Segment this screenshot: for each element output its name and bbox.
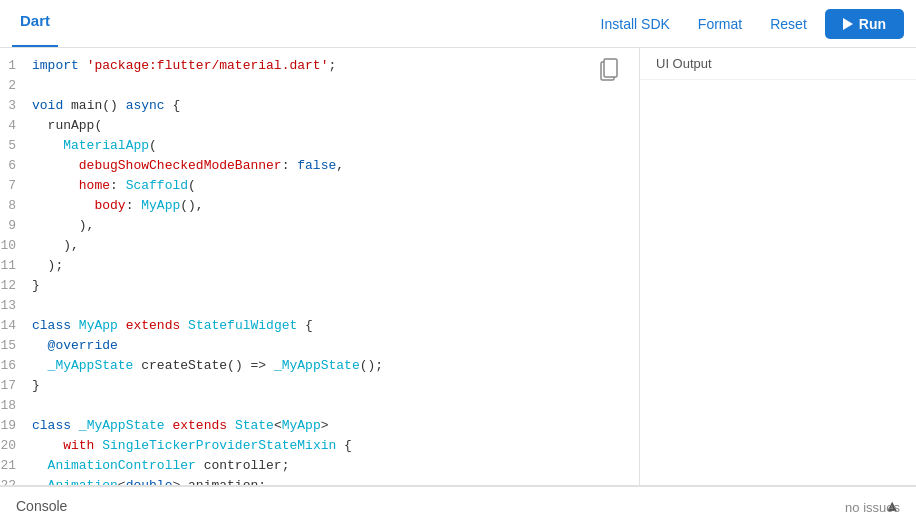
code-line: 4 runApp( [0, 116, 639, 136]
run-label: Run [859, 16, 886, 32]
line-content: ), [32, 236, 631, 256]
line-content: } [32, 276, 631, 296]
code-line: 13 [0, 296, 639, 316]
line-number: 5 [0, 136, 32, 156]
bottom-bar: Console ▲ no issues [0, 485, 916, 525]
format-button[interactable]: Format [688, 10, 752, 38]
code-line: 18 [0, 396, 639, 416]
line-number: 7 [0, 176, 32, 196]
code-line: 10 ), [0, 236, 639, 256]
run-button[interactable]: Run [825, 9, 904, 39]
line-content: debugShowCheckedModeBanner: false, [32, 156, 631, 176]
console-bar[interactable]: Console ▲ [0, 486, 916, 526]
svg-rect-1 [604, 59, 617, 77]
line-content: import 'package:flutter/material.dart'; [32, 56, 631, 76]
line-number: 19 [0, 416, 32, 436]
code-editor[interactable]: 1import 'package:flutter/material.dart';… [0, 48, 639, 485]
code-line: 14class MyApp extends StatefulWidget { [0, 316, 639, 336]
line-number: 11 [0, 256, 32, 276]
code-line: 19class _MyAppState extends State<MyApp> [0, 416, 639, 436]
line-number: 16 [0, 356, 32, 376]
ui-output-body [640, 80, 916, 485]
code-line: 16 _MyAppState createState() => _MyAppSt… [0, 356, 639, 376]
line-content: _MyAppState createState() => _MyAppState… [32, 356, 631, 376]
editor-panel: 1import 'package:flutter/material.dart';… [0, 48, 640, 485]
toolbar-actions: Install SDK Format Reset Run [591, 9, 904, 39]
install-sdk-button[interactable]: Install SDK [591, 10, 680, 38]
line-content: class _MyAppState extends State<MyApp> [32, 416, 631, 436]
code-line: 8 body: MyApp(), [0, 196, 639, 216]
line-content: MaterialApp( [32, 136, 631, 156]
code-line: 1import 'package:flutter/material.dart'; [0, 56, 639, 76]
code-line: 20 with SingleTickerProviderStateMixin { [0, 436, 639, 456]
line-number: 12 [0, 276, 32, 296]
line-content: body: MyApp(), [32, 196, 631, 216]
line-content: ); [32, 256, 631, 276]
console-label: Console [16, 498, 450, 514]
line-content: Animation<double> animation; [32, 476, 631, 485]
line-number: 17 [0, 376, 32, 396]
line-number: 21 [0, 456, 32, 476]
toolbar: Dart Install SDK Format Reset Run [0, 0, 916, 48]
code-line: 22 Animation<double> animation; [0, 476, 639, 485]
reset-button[interactable]: Reset [760, 10, 817, 38]
line-number: 13 [0, 296, 32, 316]
line-content: class MyApp extends StatefulWidget { [32, 316, 631, 336]
main-content: 1import 'package:flutter/material.dart';… [0, 48, 916, 485]
code-line: 9 ), [0, 216, 639, 236]
line-content [32, 296, 631, 316]
line-number: 8 [0, 196, 32, 216]
no-issues-label: no issues [845, 500, 900, 515]
code-line: 3void main() async { [0, 96, 639, 116]
code-line: 5 MaterialApp( [0, 136, 639, 156]
line-content: runApp( [32, 116, 631, 136]
line-number: 3 [0, 96, 32, 116]
ui-output-header: UI Output [640, 48, 916, 80]
line-number: 20 [0, 436, 32, 456]
line-number: 22 [0, 476, 32, 485]
line-content [32, 76, 631, 96]
code-line: 21 AnimationController controller; [0, 456, 639, 476]
code-line: 12} [0, 276, 639, 296]
line-number: 6 [0, 156, 32, 176]
line-number: 2 [0, 76, 32, 96]
line-content: AnimationController controller; [32, 456, 631, 476]
line-number: 4 [0, 116, 32, 136]
line-number: 14 [0, 316, 32, 336]
code-line: 11 ); [0, 256, 639, 276]
code-line: 17} [0, 376, 639, 396]
code-line: 6 debugShowCheckedModeBanner: false, [0, 156, 639, 176]
code-line: 2 [0, 76, 639, 96]
play-icon [843, 18, 853, 30]
tab-dart[interactable]: Dart [12, 1, 58, 47]
line-number: 1 [0, 56, 32, 76]
line-number: 15 [0, 336, 32, 356]
line-content: @override [32, 336, 631, 356]
line-content: ), [32, 216, 631, 236]
copy-icon[interactable] [597, 56, 621, 84]
line-content: void main() async { [32, 96, 631, 116]
line-content: } [32, 376, 631, 396]
line-content: with SingleTickerProviderStateMixin { [32, 436, 631, 456]
line-number: 10 [0, 236, 32, 256]
line-number: 9 [0, 216, 32, 236]
code-line: 15 @override [0, 336, 639, 356]
line-content [32, 396, 631, 416]
line-content: home: Scaffold( [32, 176, 631, 196]
line-number: 18 [0, 396, 32, 416]
code-line: 7 home: Scaffold( [0, 176, 639, 196]
ui-output-panel: UI Output [640, 48, 916, 485]
